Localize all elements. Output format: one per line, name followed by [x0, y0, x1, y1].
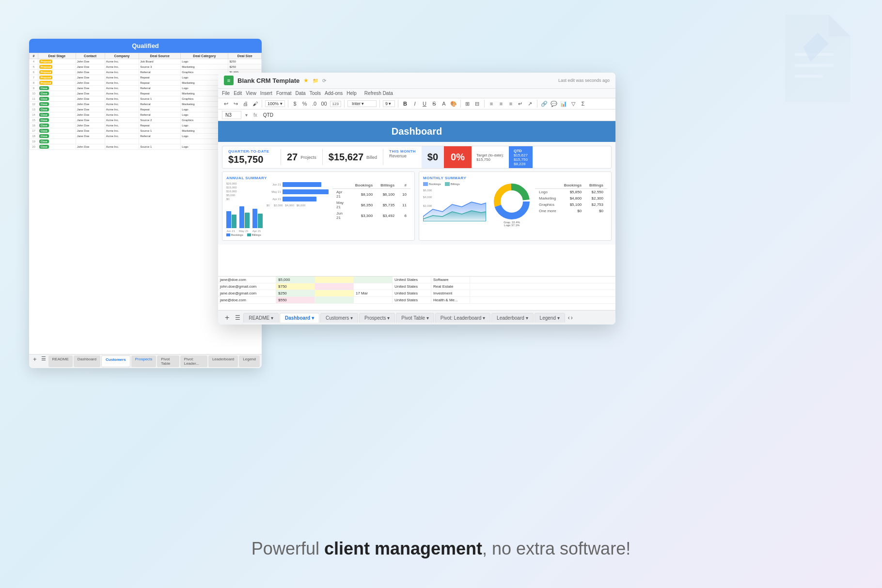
- back-tab-pivot[interactable]: Pivot Table: [157, 356, 179, 367]
- monthly-table: Bookings Billings Logo$5,850$2,550 Marke…: [535, 182, 607, 227]
- comment-icon[interactable]: 💬: [550, 100, 558, 108]
- monthly-chart-content: Bookings Billings: [423, 182, 607, 227]
- kpi-billed-section: $15,627 Billed: [323, 146, 383, 168]
- grid-cell-country3: United States: [393, 290, 431, 296]
- toolbar-sep6: [460, 100, 461, 108]
- tab-arrow-right[interactable]: ›: [571, 314, 573, 321]
- formula-content[interactable]: QTD: [263, 112, 273, 118]
- menu-view[interactable]: View: [246, 91, 256, 96]
- menu-file[interactable]: File: [222, 91, 230, 96]
- tab-arrow-left[interactable]: ‹: [568, 314, 570, 321]
- toolbar-sep5: [398, 100, 398, 108]
- grid-cell-status2: [354, 277, 393, 283]
- italic-button[interactable]: I: [411, 100, 419, 108]
- tab-add-icon-back[interactable]: +: [31, 356, 39, 367]
- front-toolbar: ↩ ↪ 🖨 🖌 100% ▾ $ % .0 00 123 Inter ▾ 9 ▾…: [218, 98, 615, 109]
- front-tab-pivot-leaderboard[interactable]: Pivot: Leaderboard ▾: [435, 313, 490, 323]
- annual-hbar-chart: Jun 21 May 21 Apr 21 $0: [267, 182, 329, 207]
- kpi-target-box: 0%: [444, 146, 472, 168]
- currency-icon[interactable]: $: [291, 100, 299, 108]
- wrap-icon[interactable]: ↵: [517, 100, 524, 108]
- print-icon[interactable]: 🖨: [241, 100, 249, 108]
- valign-icon[interactable]: ≡: [507, 100, 515, 108]
- background-document-icon: [775, 15, 853, 102]
- back-tab-customers[interactable]: Customers: [101, 356, 130, 367]
- grid-cell-status7: [354, 297, 393, 303]
- text-color-icon[interactable]: A: [440, 100, 448, 108]
- billed-value: $15,627: [329, 152, 363, 163]
- menu-addons[interactable]: Add-ons: [325, 91, 343, 96]
- borders-icon[interactable]: ⊞: [464, 100, 472, 108]
- bottom-part3: , no extra software!: [482, 539, 630, 558]
- cell-reference[interactable]: N3: [222, 111, 241, 119]
- merge-icon[interactable]: ⊟: [473, 100, 481, 108]
- font-size-dropdown[interactable]: 9 ▾: [383, 100, 395, 107]
- zoom-dropdown[interactable]: 100% ▾: [265, 100, 285, 107]
- back-tab-dashboard[interactable]: Dashboard: [74, 356, 100, 367]
- main-value: $15,750: [228, 154, 275, 165]
- front-tab-legend[interactable]: Legend ▾: [535, 313, 565, 323]
- grid-preview: jane@doe.com $5,000 United States Softwa…: [218, 276, 615, 310]
- undo-icon[interactable]: ↩: [222, 100, 230, 108]
- dashboard-body: QUARTER-TO-DATE $15,750 27 Projects $15,…: [218, 142, 615, 245]
- chart-icon[interactable]: 📊: [560, 100, 567, 108]
- toolbar-sep8: [537, 100, 537, 108]
- last-edit-text: Last edit was seconds ago: [558, 78, 610, 83]
- paint-format-icon[interactable]: 🖌: [251, 100, 259, 108]
- donut-label2: Logo 37.1%: [504, 224, 520, 227]
- front-tab-leaderboard[interactable]: Leaderboard ▾: [491, 313, 534, 323]
- front-title-bar: ≡ Blank CRM Template ★ 📁 ⟳ Last edit was…: [218, 73, 615, 89]
- monthly-area-svg: $6,000 $4,000 $2,000: [423, 187, 486, 221]
- history-icon[interactable]: ⟳: [322, 78, 326, 83]
- redo-icon[interactable]: ↪: [232, 100, 239, 108]
- folder-icon[interactable]: 📁: [313, 78, 318, 83]
- rotate-icon[interactable]: ↗: [526, 100, 534, 108]
- front-tab-customers[interactable]: Customers ▾: [320, 313, 358, 323]
- monthly-summary-label: MONTHLY SUMMARY: [423, 176, 607, 180]
- front-tab-pivot[interactable]: Pivot Table ▾: [396, 313, 434, 323]
- menu-tools[interactable]: Tools: [310, 91, 321, 96]
- decimal-inc-icon[interactable]: 00: [320, 100, 328, 108]
- align-center-icon[interactable]: ≡: [497, 100, 505, 108]
- back-tab-legend[interactable]: Legend: [239, 356, 260, 367]
- menu-edit[interactable]: Edit: [234, 91, 242, 96]
- function-icon[interactable]: Σ: [579, 100, 587, 108]
- svg-text:$4,000: $4,000: [423, 196, 432, 199]
- grid-cell-email1: jane@doe.com: [218, 277, 276, 283]
- menu-help[interactable]: Help: [346, 91, 357, 96]
- back-tab-pivot-leaderboard[interactable]: Pivot: Leader...: [180, 356, 207, 367]
- back-tab-readme[interactable]: README: [48, 356, 73, 367]
- menu-format[interactable]: Format: [276, 91, 292, 96]
- grid-cell-country1: United States: [393, 277, 431, 283]
- projects-value: 27: [287, 152, 298, 163]
- annual-summary-label: ANNUAL SUMMARY: [226, 176, 410, 180]
- front-tab-dashboard[interactable]: Dashboard ▾: [280, 313, 319, 323]
- svg-point-6: [504, 194, 520, 209]
- back-tab-leaderboard[interactable]: Leaderboard: [208, 356, 238, 367]
- decimal-dec-icon[interactable]: .0: [311, 100, 318, 108]
- tab-add-front[interactable]: +: [222, 313, 232, 322]
- grid-cell-status4: [354, 283, 393, 290]
- star-icon[interactable]: ★: [303, 77, 309, 84]
- front-tab-prospects[interactable]: Prospects ▾: [359, 313, 395, 323]
- percent-icon[interactable]: %: [301, 100, 309, 108]
- link-icon[interactable]: 🔗: [540, 100, 548, 108]
- menu-data[interactable]: Data: [296, 91, 306, 96]
- strikethrough-button[interactable]: S: [430, 100, 438, 108]
- menu-refresh[interactable]: Refresh Data: [364, 91, 393, 96]
- front-tab-readme[interactable]: README ▾: [243, 313, 279, 323]
- menu-insert[interactable]: Insert: [260, 91, 272, 96]
- format-number-box[interactable]: 123: [330, 101, 341, 107]
- bar-chart-legend: Bookings Billings: [226, 233, 263, 236]
- back-sheet-tabs: + ☰ README Dashboard Customers Prospects…: [29, 354, 262, 368]
- back-tab-prospects[interactable]: Prospects: [131, 356, 157, 367]
- align-left-icon[interactable]: ≡: [488, 100, 495, 108]
- qtd-label: QUARTER-TO-DATE: [228, 149, 275, 154]
- underline-button[interactable]: U: [421, 100, 428, 108]
- font-dropdown[interactable]: Inter ▾: [347, 100, 377, 107]
- grid-cell-status1: [315, 277, 354, 283]
- bottom-part2: client management: [324, 539, 482, 558]
- fill-color-icon[interactable]: 🎨: [450, 100, 457, 108]
- filter-icon[interactable]: ▽: [569, 100, 577, 108]
- bold-button[interactable]: B: [401, 100, 409, 108]
